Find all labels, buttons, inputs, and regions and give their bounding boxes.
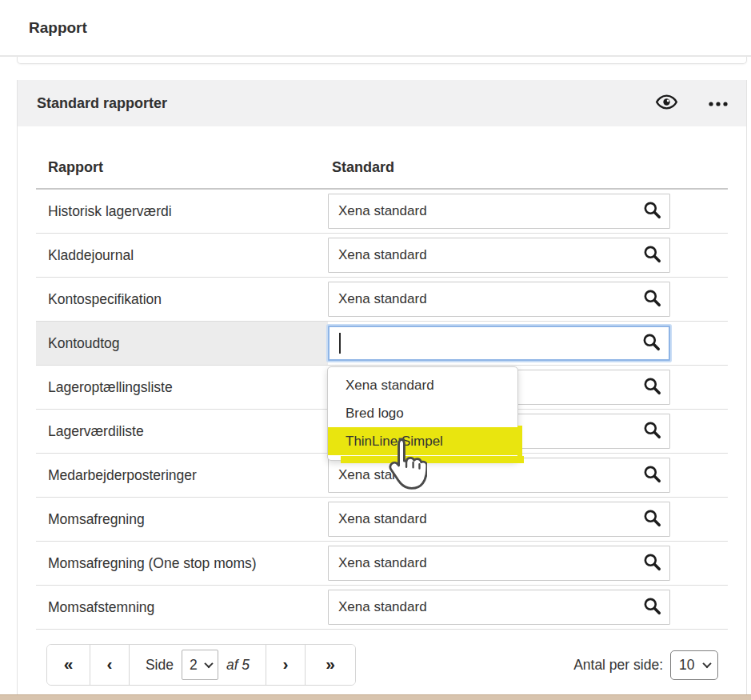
per-page-value: 10: [679, 657, 694, 674]
table-row: Momsafstemning Xena standard: [36, 586, 728, 630]
page-count-label: af 5: [226, 657, 250, 674]
search-icon[interactable]: [643, 465, 661, 486]
top-header-bar: Rapport: [0, 0, 751, 57]
next-page-button[interactable]: ›: [266, 645, 306, 685]
standard-lookup-input[interactable]: Xena standard: [328, 194, 670, 229]
report-name: Historisk lagerværdi: [36, 190, 328, 233]
search-icon[interactable]: [643, 421, 661, 442]
input-value: Xena standard: [338, 555, 643, 571]
previous-page-button[interactable]: ‹: [90, 645, 130, 685]
pager-group: « ‹ Side 2 af 5 ›: [46, 644, 356, 686]
standard-lookup-input[interactable]: Xena standard: [328, 282, 670, 317]
more-options-button[interactable]: [706, 96, 730, 111]
input-value: Xena standard: [338, 511, 643, 527]
table-row: Kladdejournal Xena standard: [36, 234, 728, 278]
page-title: Rapport: [29, 19, 87, 37]
table-header-row: Rapport Standard: [36, 147, 728, 190]
search-icon[interactable]: [643, 289, 661, 310]
chevron-left-icon: ‹: [107, 655, 113, 674]
double-chevron-left-icon: «: [64, 655, 74, 674]
page-number-select[interactable]: 2: [182, 650, 218, 680]
visibility-button[interactable]: [654, 93, 679, 114]
highlight-marker: [517, 426, 522, 456]
input-value: Xena standard: [338, 599, 643, 615]
report-name: Lageroptællingsliste: [36, 366, 328, 409]
search-icon[interactable]: [643, 377, 661, 398]
per-page-control: Antal per side: 10: [573, 650, 718, 680]
double-chevron-right-icon: »: [326, 655, 335, 674]
standard-lookup-input[interactable]: Xena standard: [328, 502, 670, 537]
chevron-down-icon: [702, 659, 711, 668]
report-name: Kladdejournal: [36, 234, 328, 277]
first-page-button[interactable]: «: [47, 645, 90, 685]
eye-icon: [656, 94, 677, 112]
input-value: Xena standard: [338, 203, 643, 219]
table-row: Momsafregning (One stop moms) Xena stand…: [36, 542, 728, 586]
last-page-button[interactable]: »: [306, 645, 355, 685]
page-indicator: Side 2 af 5: [130, 645, 266, 685]
report-name: Kontospecifikation: [36, 278, 328, 321]
per-page-select[interactable]: 10: [670, 650, 718, 680]
dropdown-option[interactable]: Bred logo: [328, 399, 517, 427]
chevron-right-icon: ›: [283, 655, 289, 674]
report-name: Lagerværdiliste: [36, 410, 328, 453]
column-header-standard: Standard: [328, 159, 394, 176]
bottom-edge-strip: [0, 694, 751, 700]
search-icon[interactable]: [643, 553, 661, 574]
search-icon[interactable]: [643, 245, 661, 266]
side-label: Side: [146, 657, 174, 674]
dropdown-option[interactable]: Xena standard: [328, 371, 517, 399]
pagination-bar: « ‹ Side 2 af 5 ›: [36, 644, 728, 686]
input-value: Xena standard: [338, 291, 643, 307]
text-caret: [339, 333, 341, 354]
search-icon[interactable]: [643, 509, 661, 530]
standard-lookup-input[interactable]: Xena standard: [328, 238, 670, 273]
previous-panel-edge: [17, 57, 747, 64]
table-row: Kontospecifikation Xena standard: [36, 278, 728, 322]
standard-lookup-input-focused[interactable]: [328, 326, 670, 361]
report-name: Momsafstemning: [36, 586, 328, 629]
standard-lookup-input[interactable]: Xena standard: [328, 546, 670, 581]
column-header-report: Rapport: [36, 159, 328, 176]
report-name: Momsafregning (One stop moms): [36, 542, 328, 585]
report-name: Momsafregning: [36, 498, 328, 541]
panel-title: Standard rapporter: [37, 95, 654, 112]
report-name: Kontoudtog: [36, 322, 328, 365]
input-value: Xena standard: [338, 247, 643, 263]
chevron-down-icon: [204, 659, 213, 668]
per-page-label: Antal per side:: [573, 657, 663, 674]
search-icon[interactable]: [642, 333, 661, 354]
search-icon[interactable]: [643, 597, 661, 618]
search-icon[interactable]: [643, 201, 661, 222]
panel-header: Standard rapporter: [18, 80, 746, 126]
table-row: Historisk lagerværdi Xena standard: [36, 190, 728, 234]
table-row: Momsafregning Xena standard: [36, 498, 728, 542]
ellipsis-icon: [708, 98, 729, 110]
report-name: Medarbejderposteringer: [36, 454, 328, 497]
standard-lookup-input[interactable]: Xena standard: [328, 590, 670, 625]
table-row-active: Kontoudtog: [36, 322, 728, 366]
page-number-value: 2: [190, 657, 198, 674]
page: Rapport Standard rapporter: [0, 0, 751, 700]
highlight-marker: [341, 456, 524, 463]
hand-cursor-icon: [381, 437, 427, 496]
